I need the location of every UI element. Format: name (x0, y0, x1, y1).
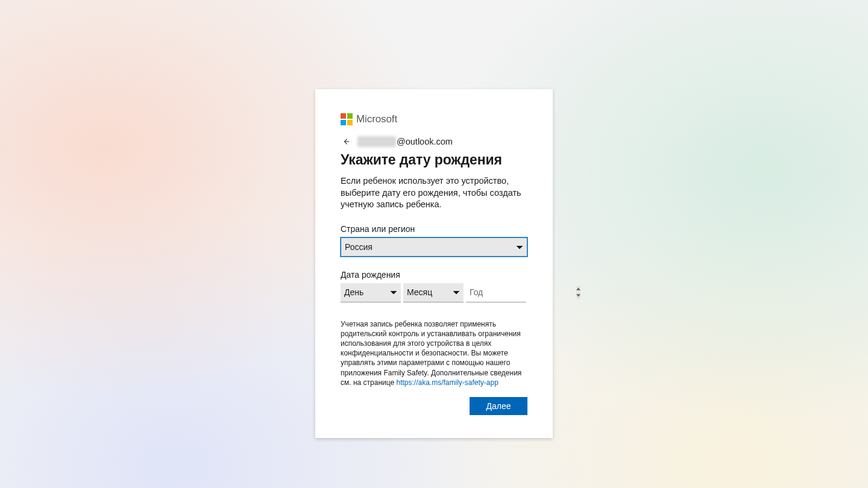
country-label: Страна или регион (341, 224, 527, 234)
year-step-up-button[interactable] (576, 286, 580, 293)
actions-row: Далее (341, 397, 527, 415)
identity-row: @outlook.com (341, 136, 527, 147)
identity-email: @outlook.com (357, 136, 453, 147)
family-safety-link[interactable]: https://aka.ms/family-safety-app (396, 378, 498, 387)
country-select[interactable]: Россия (341, 237, 527, 257)
year-spinner (576, 286, 580, 299)
chevron-up-icon (576, 287, 580, 290)
signup-card: Microsoft @outlook.com Укажите дату рожд… (315, 89, 553, 438)
next-button[interactable]: Далее (470, 397, 527, 415)
email-domain: @outlook.com (397, 137, 453, 146)
dob-year-input[interactable] (466, 283, 575, 302)
fine-print-text: Учетная запись ребенка позволяет применя… (341, 320, 521, 387)
dob-row: День Месяц (341, 283, 527, 302)
back-button[interactable] (341, 136, 351, 147)
dob-label: Дата рождения (341, 270, 527, 280)
microsoft-logo-icon (341, 113, 353, 125)
fine-print: Учетная запись ребенка позволяет применя… (341, 319, 527, 387)
dob-month-select[interactable]: Месяц (403, 283, 464, 302)
brand-name: Microsoft (356, 113, 397, 125)
page-subtitle: Если ребенок использует это устройство, … (341, 175, 527, 211)
chevron-down-icon (576, 294, 580, 297)
page-title: Укажите дату рождения (341, 152, 527, 168)
dob-year-field (466, 283, 526, 302)
dob-day-select[interactable]: День (341, 283, 401, 302)
year-step-down-button[interactable] (576, 292, 580, 299)
arrow-left-icon (342, 137, 350, 146)
brand-row: Microsoft (341, 113, 527, 125)
email-local-redacted (357, 136, 396, 147)
